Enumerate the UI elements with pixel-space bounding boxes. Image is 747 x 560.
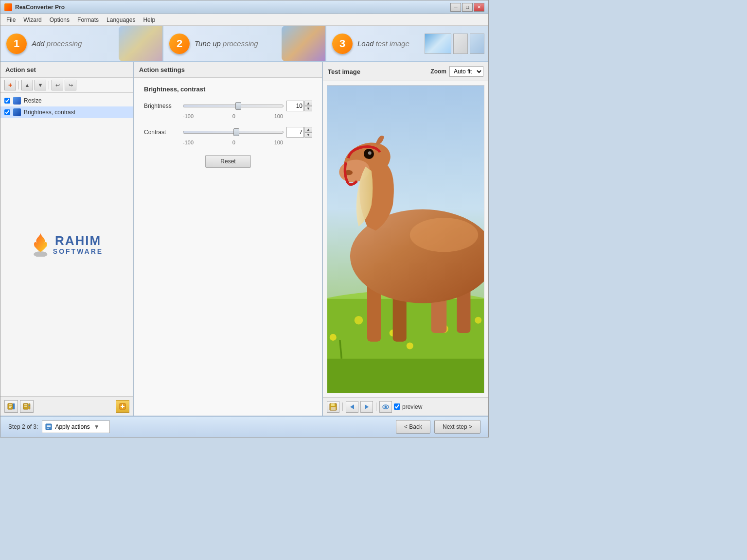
contrast-slider-track[interactable] bbox=[183, 131, 284, 134]
next-step-button[interactable]: Next step > bbox=[434, 420, 480, 434]
close-button[interactable]: ✕ bbox=[474, 3, 484, 12]
preview-checkbox[interactable] bbox=[394, 403, 400, 410]
action-item-resize[interactable]: Resize bbox=[0, 95, 133, 106]
step-dropdown-arrow: ▼ bbox=[94, 423, 100, 430]
prev-icon bbox=[348, 403, 356, 411]
step-2-number: 2 bbox=[169, 34, 190, 54]
settings-section-title: Brightness, contrast bbox=[144, 86, 312, 93]
svg-marker-47 bbox=[365, 404, 369, 409]
zoom-dropdown[interactable]: Auto fit 25% 50% 75% 100% 200% bbox=[449, 66, 483, 77]
toolbar-sep-1 bbox=[18, 81, 19, 89]
step-2-section[interactable]: 2 Tune up processing bbox=[163, 26, 326, 61]
step-action-icon bbox=[45, 423, 53, 431]
contrast-decrement-button[interactable]: ▼ bbox=[304, 132, 312, 138]
brightness-label-row: Brightness ▲ ▼ bbox=[144, 101, 312, 111]
svg-rect-4 bbox=[9, 407, 11, 408]
step-3-number: 3 bbox=[332, 34, 353, 54]
brightness-scale-labels: -100 0 100 bbox=[144, 113, 312, 119]
action-checkbox-resize[interactable] bbox=[4, 98, 10, 104]
svg-point-0 bbox=[34, 251, 47, 257]
image-toolbar: preview bbox=[323, 397, 488, 416]
watermark-rahim-text: RAHIM bbox=[53, 234, 103, 248]
export-action-button[interactable] bbox=[20, 400, 34, 413]
horse-image bbox=[327, 86, 484, 393]
minimize-button[interactable]: ─ bbox=[450, 3, 461, 12]
svg-point-49 bbox=[385, 405, 387, 408]
watermark-software-text: SOFTWARE bbox=[53, 247, 103, 255]
add-new-action-button[interactable] bbox=[116, 400, 129, 413]
next-image-button[interactable] bbox=[360, 401, 373, 413]
svg-rect-9 bbox=[29, 403, 30, 409]
contrast-mid-label: 0 bbox=[232, 140, 235, 145]
flame-icon bbox=[31, 232, 50, 257]
maximize-button[interactable]: □ bbox=[462, 3, 473, 12]
menu-file[interactable]: File bbox=[2, 15, 19, 25]
contrast-spinner-buttons: ▲ ▼ bbox=[304, 127, 312, 138]
import-action-button[interactable] bbox=[4, 400, 18, 413]
app-window: ReaConverter Pro ─ □ ✕ File Wizard Optio… bbox=[0, 0, 489, 438]
contrast-slider-thumb[interactable] bbox=[233, 128, 239, 136]
image-toolbar-sep-1 bbox=[342, 402, 343, 411]
contrast-max-label: 100 bbox=[274, 140, 283, 145]
export-icon bbox=[23, 402, 31, 410]
svg-point-18 bbox=[330, 334, 337, 341]
reset-button[interactable]: Reset bbox=[205, 155, 250, 168]
menu-help[interactable]: Help bbox=[139, 15, 159, 25]
brightness-value-input[interactable] bbox=[286, 101, 304, 111]
contrast-row: Contrast ▲ ▼ -100 bbox=[144, 127, 312, 145]
move-down-button[interactable]: ▼ bbox=[35, 80, 46, 90]
step-1-label: Add processing bbox=[32, 39, 82, 48]
step-1-section[interactable]: 1 Add processing bbox=[0, 26, 163, 61]
brightness-label: Brightness bbox=[144, 103, 183, 109]
svg-rect-45 bbox=[331, 407, 336, 410]
add-action-button[interactable]: + bbox=[4, 80, 16, 90]
svg-rect-3 bbox=[9, 406, 12, 407]
svg-point-35 bbox=[368, 151, 372, 155]
contrast-label-row: Contrast ▲ ▼ bbox=[144, 127, 312, 138]
menu-options[interactable]: Options bbox=[46, 15, 73, 25]
svg-point-25 bbox=[407, 342, 413, 349]
brightness-decrement-button[interactable]: ▼ bbox=[304, 106, 312, 111]
undo-button[interactable]: ↩ bbox=[52, 80, 63, 90]
contrast-increment-button[interactable]: ▲ bbox=[304, 127, 312, 132]
brightness-slider-track[interactable] bbox=[183, 105, 284, 107]
action-list-area: Resize Brightness, contrast bbox=[0, 93, 133, 396]
eye-button[interactable] bbox=[379, 401, 392, 413]
redo-button[interactable]: ↪ bbox=[65, 80, 76, 90]
import-icon bbox=[7, 402, 15, 410]
svg-point-22 bbox=[475, 317, 481, 324]
contrast-value-input[interactable] bbox=[286, 127, 304, 138]
window-controls: ─ □ ✕ bbox=[450, 3, 484, 12]
action-toolbar: + ▲ ▼ ↩ ↪ bbox=[0, 78, 133, 93]
left-panel-bottom bbox=[0, 396, 133, 416]
step-2-decoration bbox=[282, 26, 325, 61]
step-3-label: Load test image bbox=[357, 39, 409, 48]
menu-languages[interactable]: Languages bbox=[103, 15, 139, 25]
move-up-button[interactable]: ▲ bbox=[21, 80, 33, 90]
svg-rect-51 bbox=[47, 425, 51, 426]
action-set-header: Action set bbox=[0, 62, 133, 78]
action-item-brightness[interactable]: Brightness, contrast bbox=[0, 106, 133, 118]
svg-rect-2 bbox=[9, 404, 12, 405]
svg-rect-44 bbox=[331, 403, 335, 406]
footer: Step 2 of 3: Apply actions ▼ < Back Next… bbox=[0, 416, 488, 437]
menu-wizard[interactable]: Wizard bbox=[19, 15, 45, 25]
brightness-slider-thumb[interactable] bbox=[235, 102, 241, 110]
action-checkbox-brightness[interactable] bbox=[4, 109, 10, 115]
resize-icon bbox=[13, 97, 21, 105]
menu-formats[interactable]: Formats bbox=[73, 15, 103, 25]
step-3-section[interactable]: 3 Load test image bbox=[326, 26, 488, 61]
preview-checkbox-container[interactable]: preview bbox=[394, 403, 422, 410]
title-bar: ReaConverter Pro ─ □ ✕ bbox=[0, 0, 488, 14]
prev-image-button[interactable] bbox=[346, 401, 358, 413]
svg-rect-8 bbox=[24, 406, 27, 407]
brightness-slider-container bbox=[183, 101, 284, 111]
contrast-min-label: -100 bbox=[183, 140, 194, 145]
svg-point-36 bbox=[410, 218, 478, 252]
save-image-button[interactable] bbox=[327, 401, 339, 413]
step-action-dropdown[interactable]: Apply actions ▼ bbox=[42, 420, 110, 433]
brightness-min-label: -100 bbox=[183, 113, 194, 119]
back-button[interactable]: < Back bbox=[396, 420, 430, 434]
brightness-increment-button[interactable]: ▲ bbox=[304, 101, 312, 106]
settings-body: Brightness, contrast Brightness ▲ bbox=[134, 78, 322, 416]
